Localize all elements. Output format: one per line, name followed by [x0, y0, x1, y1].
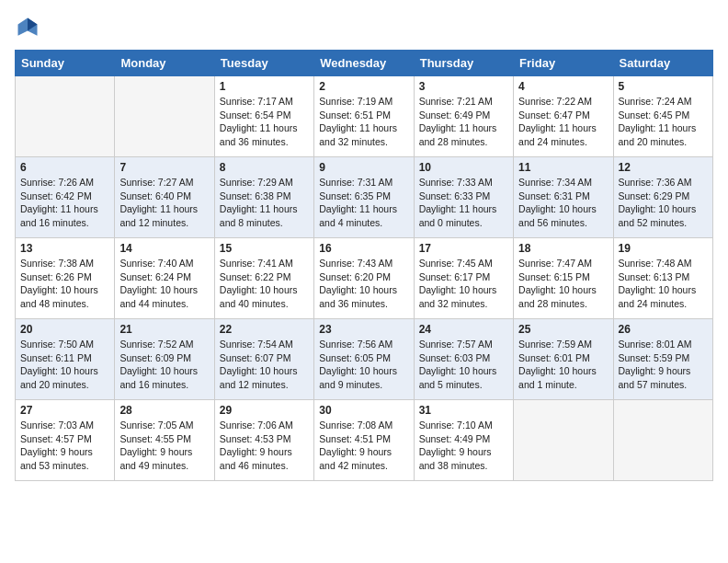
cell-content: Sunrise: 7:36 AM Sunset: 6:29 PM Dayligh… — [619, 176, 708, 230]
calendar-cell: 5Sunrise: 7:24 AM Sunset: 6:45 PM Daylig… — [613, 76, 712, 157]
calendar-cell: 6Sunrise: 7:26 AM Sunset: 6:42 PM Daylig… — [16, 157, 115, 238]
cell-content: Sunrise: 7:45 AM Sunset: 6:17 PM Dayligh… — [419, 257, 508, 311]
calendar-cell: 13Sunrise: 7:38 AM Sunset: 6:26 PM Dayli… — [16, 238, 115, 319]
cell-content: Sunrise: 7:22 AM Sunset: 6:47 PM Dayligh… — [518, 95, 608, 149]
calendar-cell: 28Sunrise: 7:05 AM Sunset: 4:55 PM Dayli… — [115, 400, 214, 481]
day-number: 13 — [20, 242, 109, 255]
day-number: 6 — [20, 161, 109, 174]
cell-content: Sunrise: 7:43 AM Sunset: 6:20 PM Dayligh… — [319, 257, 408, 311]
cell-content: Sunrise: 7:17 AM Sunset: 6:54 PM Dayligh… — [220, 95, 309, 149]
calendar-cell: 29Sunrise: 7:06 AM Sunset: 4:53 PM Dayli… — [214, 400, 313, 481]
day-number: 11 — [518, 161, 608, 174]
calendar-cell: 21Sunrise: 7:52 AM Sunset: 6:09 PM Dayli… — [115, 319, 214, 400]
calendar-week-3: 13Sunrise: 7:38 AM Sunset: 6:26 PM Dayli… — [16, 238, 713, 319]
day-number: 7 — [119, 161, 209, 174]
calendar-cell: 9Sunrise: 7:31 AM Sunset: 6:35 PM Daylig… — [314, 157, 414, 238]
calendar-cell: 22Sunrise: 7:54 AM Sunset: 6:07 PM Dayli… — [214, 319, 313, 400]
day-header-sunday: Sunday — [16, 51, 115, 76]
calendar-cell — [514, 400, 613, 481]
day-number: 9 — [319, 161, 408, 174]
cell-content: Sunrise: 7:05 AM Sunset: 4:55 PM Dayligh… — [119, 419, 209, 473]
cell-content: Sunrise: 7:08 AM Sunset: 4:51 PM Dayligh… — [319, 419, 408, 473]
calendar-cell: 15Sunrise: 7:41 AM Sunset: 6:22 PM Dayli… — [214, 238, 313, 319]
day-number: 29 — [220, 404, 309, 417]
cell-content: Sunrise: 7:03 AM Sunset: 4:57 PM Dayligh… — [20, 419, 109, 473]
cell-content: Sunrise: 7:50 AM Sunset: 6:11 PM Dayligh… — [20, 338, 109, 392]
day-number: 28 — [119, 404, 209, 417]
cell-content: Sunrise: 7:48 AM Sunset: 6:13 PM Dayligh… — [619, 257, 708, 311]
cell-content: Sunrise: 7:34 AM Sunset: 6:31 PM Dayligh… — [518, 176, 608, 230]
day-number: 27 — [20, 404, 109, 417]
cell-content: Sunrise: 7:59 AM Sunset: 6:01 PM Dayligh… — [518, 338, 608, 392]
day-number: 3 — [419, 80, 508, 93]
logo — [15, 15, 42, 40]
calendar-week-2: 6Sunrise: 7:26 AM Sunset: 6:42 PM Daylig… — [16, 157, 713, 238]
calendar-cell: 4Sunrise: 7:22 AM Sunset: 6:47 PM Daylig… — [514, 76, 613, 157]
calendar-header-row: SundayMondayTuesdayWednesdayThursdayFrid… — [16, 51, 713, 76]
cell-content: Sunrise: 7:57 AM Sunset: 6:03 PM Dayligh… — [419, 338, 508, 392]
calendar-cell: 30Sunrise: 7:08 AM Sunset: 4:51 PM Dayli… — [314, 400, 414, 481]
day-number: 21 — [119, 323, 209, 336]
day-header-thursday: Thursday — [414, 51, 513, 76]
day-number: 14 — [119, 242, 209, 255]
day-number: 22 — [220, 323, 309, 336]
day-number: 10 — [419, 161, 508, 174]
cell-content: Sunrise: 7:52 AM Sunset: 6:09 PM Dayligh… — [119, 338, 209, 392]
day-header-saturday: Saturday — [613, 51, 712, 76]
calendar-cell: 2Sunrise: 7:19 AM Sunset: 6:51 PM Daylig… — [314, 76, 414, 157]
cell-content: Sunrise: 7:26 AM Sunset: 6:42 PM Dayligh… — [20, 176, 109, 230]
cell-content: Sunrise: 7:56 AM Sunset: 6:05 PM Dayligh… — [319, 338, 408, 392]
calendar-cell — [613, 400, 712, 481]
cell-content: Sunrise: 7:38 AM Sunset: 6:26 PM Dayligh… — [20, 257, 109, 311]
calendar-cell: 16Sunrise: 7:43 AM Sunset: 6:20 PM Dayli… — [314, 238, 414, 319]
day-number: 30 — [319, 404, 408, 417]
day-number: 5 — [619, 80, 708, 93]
day-header-wednesday: Wednesday — [314, 51, 414, 76]
calendar-cell: 11Sunrise: 7:34 AM Sunset: 6:31 PM Dayli… — [514, 157, 613, 238]
cell-content: Sunrise: 7:40 AM Sunset: 6:24 PM Dayligh… — [119, 257, 209, 311]
day-number: 19 — [619, 242, 708, 255]
day-number: 23 — [319, 323, 408, 336]
calendar-cell: 10Sunrise: 7:33 AM Sunset: 6:33 PM Dayli… — [414, 157, 513, 238]
day-number: 1 — [220, 80, 309, 93]
cell-content: Sunrise: 7:21 AM Sunset: 6:49 PM Dayligh… — [419, 95, 508, 149]
day-number: 12 — [619, 161, 708, 174]
cell-content: Sunrise: 7:27 AM Sunset: 6:40 PM Dayligh… — [119, 176, 209, 230]
cell-content: Sunrise: 7:29 AM Sunset: 6:38 PM Dayligh… — [220, 176, 309, 230]
calendar-cell: 18Sunrise: 7:47 AM Sunset: 6:15 PM Dayli… — [514, 238, 613, 319]
calendar-cell: 31Sunrise: 7:10 AM Sunset: 4:49 PM Dayli… — [414, 400, 513, 481]
cell-content: Sunrise: 7:41 AM Sunset: 6:22 PM Dayligh… — [220, 257, 309, 311]
calendar-cell: 3Sunrise: 7:21 AM Sunset: 6:49 PM Daylig… — [414, 76, 513, 157]
day-number: 18 — [518, 242, 608, 255]
day-number: 24 — [419, 323, 508, 336]
cell-content: Sunrise: 7:33 AM Sunset: 6:33 PM Dayligh… — [419, 176, 508, 230]
calendar-cell: 25Sunrise: 7:59 AM Sunset: 6:01 PM Dayli… — [514, 319, 613, 400]
calendar-cell — [115, 76, 214, 157]
day-number: 26 — [619, 323, 708, 336]
day-header-friday: Friday — [514, 51, 613, 76]
cell-content: Sunrise: 7:31 AM Sunset: 6:35 PM Dayligh… — [319, 176, 408, 230]
calendar-cell: 27Sunrise: 7:03 AM Sunset: 4:57 PM Dayli… — [16, 400, 115, 481]
calendar-cell: 12Sunrise: 7:36 AM Sunset: 6:29 PM Dayli… — [613, 157, 712, 238]
cell-content: Sunrise: 7:06 AM Sunset: 4:53 PM Dayligh… — [220, 419, 309, 473]
calendar-cell: 24Sunrise: 7:57 AM Sunset: 6:03 PM Dayli… — [414, 319, 513, 400]
day-number: 4 — [518, 80, 608, 93]
cell-content: Sunrise: 8:01 AM Sunset: 5:59 PM Dayligh… — [619, 338, 708, 392]
cell-content: Sunrise: 7:19 AM Sunset: 6:51 PM Dayligh… — [319, 95, 408, 149]
cell-content: Sunrise: 7:10 AM Sunset: 4:49 PM Dayligh… — [419, 419, 508, 473]
cell-content: Sunrise: 7:47 AM Sunset: 6:15 PM Dayligh… — [518, 257, 608, 311]
day-header-monday: Monday — [115, 51, 214, 76]
calendar-cell: 19Sunrise: 7:48 AM Sunset: 6:13 PM Dayli… — [613, 238, 712, 319]
calendar-cell: 7Sunrise: 7:27 AM Sunset: 6:40 PM Daylig… — [115, 157, 214, 238]
day-number: 17 — [419, 242, 508, 255]
calendar-cell: 23Sunrise: 7:56 AM Sunset: 6:05 PM Dayli… — [314, 319, 414, 400]
calendar-cell: 1Sunrise: 7:17 AM Sunset: 6:54 PM Daylig… — [214, 76, 313, 157]
calendar-cell: 8Sunrise: 7:29 AM Sunset: 6:38 PM Daylig… — [214, 157, 313, 238]
page-header — [15, 15, 713, 40]
calendar-week-4: 20Sunrise: 7:50 AM Sunset: 6:11 PM Dayli… — [16, 319, 713, 400]
calendar-cell: 14Sunrise: 7:40 AM Sunset: 6:24 PM Dayli… — [115, 238, 214, 319]
day-number: 20 — [20, 323, 109, 336]
calendar-cell: 17Sunrise: 7:45 AM Sunset: 6:17 PM Dayli… — [414, 238, 513, 319]
cell-content: Sunrise: 7:24 AM Sunset: 6:45 PM Dayligh… — [619, 95, 708, 149]
cell-content: Sunrise: 7:54 AM Sunset: 6:07 PM Dayligh… — [220, 338, 309, 392]
